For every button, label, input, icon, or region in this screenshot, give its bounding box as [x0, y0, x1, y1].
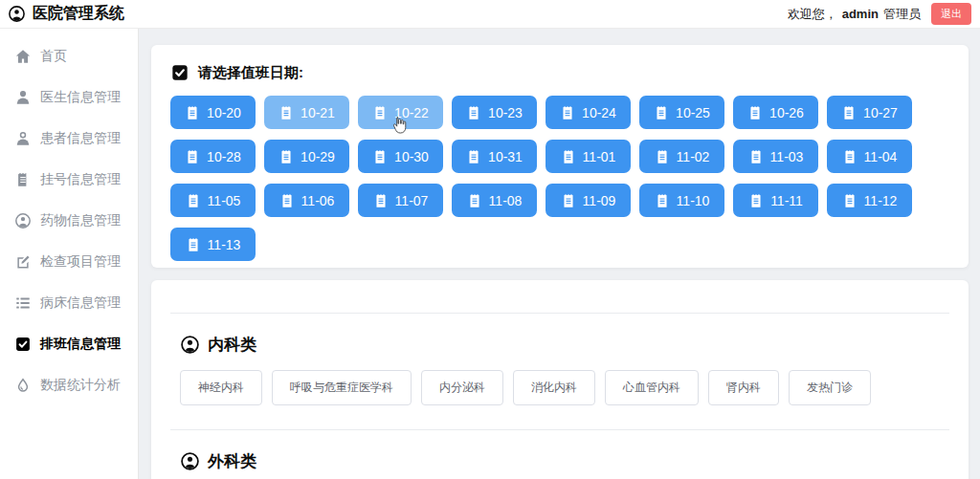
date-button-11-12[interactable]: 11-12: [827, 184, 912, 217]
calendar-doc-icon: [654, 105, 669, 120]
date-label: 11-05: [208, 193, 241, 208]
department-button[interactable]: 消化内科: [513, 370, 595, 405]
date-prompt-label: 请选择值班日期:: [198, 64, 303, 82]
sidebar-item-patient-info[interactable]: 患者信息管理: [0, 118, 138, 159]
stats-icon: [14, 377, 32, 394]
top-header: 医院管理系统 欢迎您， admin 管理员 退出: [0, 0, 980, 29]
date-button-10-23[interactable]: 10-23: [452, 96, 537, 129]
department-sections: 内科类神经内科呼吸与危重症医学科内分泌科消化内科心血管内科肾内科发热门诊外科类手…: [151, 313, 969, 479]
date-button-11-07[interactable]: 11-07: [358, 184, 443, 217]
calendar-doc-icon: [372, 149, 388, 164]
date-button-11-09[interactable]: 11-09: [546, 184, 631, 217]
person-circle-icon: [180, 335, 200, 355]
date-label: 11-07: [395, 193, 429, 208]
calendar-doc-icon: [279, 193, 295, 208]
date-button-10-22[interactable]: 10-22: [358, 96, 443, 129]
checkbox-icon: [170, 63, 189, 82]
calendar-doc-icon: [748, 149, 764, 164]
calendar-doc-icon: [560, 105, 575, 120]
date-button-11-06[interactable]: 11-06: [264, 184, 349, 217]
sidebar-item-statistics[interactable]: 数据统计分析: [0, 364, 138, 405]
date-label: 10-28: [207, 149, 241, 164]
calendar-doc-icon: [466, 149, 481, 164]
date-label: 11-03: [770, 149, 804, 164]
date-button-11-08[interactable]: 11-08: [452, 184, 537, 217]
date-button-10-26[interactable]: 10-26: [733, 96, 818, 129]
calendar-doc-icon: [748, 193, 764, 208]
department-button[interactable]: 肾内科: [708, 370, 779, 405]
sidebar: 首页医生信息管理患者信息管理挂号信息管理药物信息管理检查项目管理病床信息管理排班…: [0, 29, 139, 479]
date-button-11-04[interactable]: 11-04: [827, 140, 912, 173]
calendar-doc-icon: [186, 237, 201, 252]
sidebar-item-exam-items[interactable]: 检查项目管理: [0, 241, 138, 282]
date-button-10-21[interactable]: 10-21: [264, 96, 349, 129]
calendar-doc-icon: [747, 105, 763, 120]
section-title: 外科类: [208, 450, 256, 472]
sidebar-item-medicine-info[interactable]: 药物信息管理: [0, 200, 138, 241]
calendar-doc-icon: [372, 105, 388, 120]
sidebar-item-bed-info[interactable]: 病床信息管理: [0, 282, 138, 323]
sidebar-item-label: 医生信息管理: [40, 89, 121, 106]
date-button-10-30[interactable]: 10-30: [358, 140, 443, 173]
date-label: 11-01: [583, 149, 616, 164]
date-button-11-10[interactable]: 11-10: [639, 184, 724, 217]
calendar-doc-icon: [842, 193, 858, 208]
department-button[interactable]: 神经内科: [180, 370, 262, 405]
sidebar-item-doctor-info[interactable]: 医生信息管理: [0, 76, 138, 118]
department-button[interactable]: 内分泌科: [421, 370, 503, 405]
date-label: 11-06: [301, 193, 335, 208]
date-button-11-01[interactable]: 11-01: [546, 140, 631, 173]
date-button-10-25[interactable]: 10-25: [639, 96, 724, 129]
calendar-doc-icon: [655, 193, 670, 208]
date-grid: 10-2010-2110-2210-2310-2410-2510-2610-27…: [168, 96, 951, 261]
date-label: 10-22: [394, 105, 429, 120]
sidebar-item-label: 患者信息管理: [40, 130, 121, 147]
person-circle-icon: [180, 451, 200, 471]
calendar-doc-icon: [185, 149, 200, 164]
calendar-doc-icon: [278, 149, 294, 164]
departments-card: 内科类神经内科呼吸与危重症医学科内分泌科消化内科心血管内科肾内科发热门诊外科类手…: [151, 280, 969, 479]
date-label: 10-23: [488, 105, 523, 120]
calendar-doc-icon: [466, 105, 481, 120]
date-button-11-05[interactable]: 11-05: [170, 184, 256, 217]
medicine-icon: [14, 212, 32, 229]
sidebar-item-schedule-info[interactable]: 排班信息管理: [0, 323, 138, 364]
calendar-doc-icon: [186, 193, 201, 208]
calendar-doc-icon: [467, 193, 482, 208]
date-button-11-02[interactable]: 11-02: [639, 140, 724, 173]
date-button-10-29[interactable]: 10-29: [264, 140, 349, 173]
logout-button[interactable]: 退出: [931, 3, 971, 25]
card-top-spacer: [151, 280, 969, 313]
date-label: 10-27: [863, 105, 898, 120]
date-label: 11-09: [583, 193, 616, 208]
department-button[interactable]: 呼吸与危重症医学科: [272, 370, 412, 405]
sidebar-item-registration[interactable]: 挂号信息管理: [0, 159, 138, 200]
calendar-doc-icon: [655, 149, 670, 164]
date-button-11-11[interactable]: 11-11: [733, 184, 818, 217]
date-button-11-13[interactable]: 11-13: [170, 228, 256, 261]
sidebar-item-label: 病床信息管理: [40, 294, 121, 312]
date-button-10-28[interactable]: 10-28: [170, 140, 256, 173]
sidebar-item-label: 挂号信息管理: [40, 171, 121, 188]
person-circle-icon: [8, 5, 26, 23]
date-button-10-31[interactable]: 10-31: [452, 140, 537, 173]
department-button[interactable]: 心血管内科: [605, 370, 699, 405]
doctor-icon: [14, 89, 32, 106]
date-label: 10-21: [301, 105, 335, 120]
date-label: 10-31: [488, 149, 523, 164]
date-button-10-20[interactable]: 10-20: [170, 96, 256, 129]
home-icon: [14, 48, 32, 65]
sidebar-item-home[interactable]: 首页: [0, 35, 138, 76]
department-button[interactable]: 发热门诊: [789, 370, 871, 405]
date-button-10-24[interactable]: 10-24: [546, 96, 631, 129]
welcome-text: 欢迎您，: [788, 6, 837, 23]
calendar-doc-icon: [185, 105, 200, 120]
calendar-doc-icon: [373, 193, 389, 208]
date-label: 11-11: [770, 193, 803, 208]
department-buttons: 神经内科呼吸与危重症医学科内分泌科消化内科心血管内科肾内科发热门诊: [180, 370, 940, 405]
calendar-doc-icon: [841, 105, 857, 120]
section-header: 内科类: [180, 334, 940, 356]
date-button-10-27[interactable]: 10-27: [827, 96, 912, 129]
user-area: 欢迎您， admin 管理员 退出: [788, 3, 971, 25]
date-button-11-03[interactable]: 11-03: [733, 140, 818, 173]
